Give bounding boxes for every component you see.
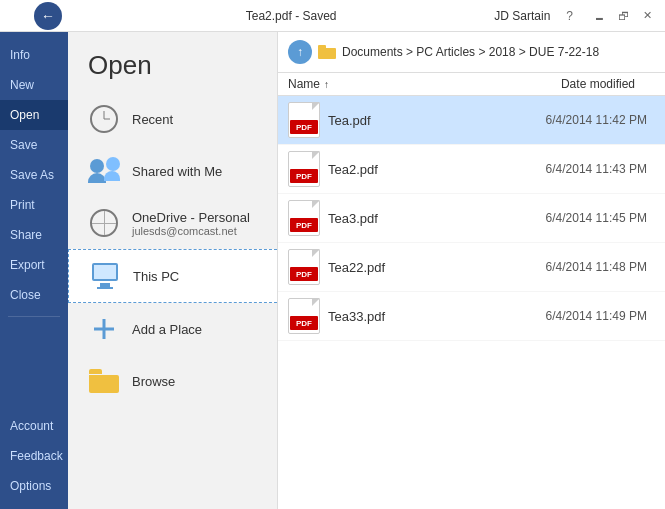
table-row[interactable]: PDF Tea3.pdf 6/4/2014 11:45 PM (278, 194, 665, 243)
sidebar-item-saveas[interactable]: Save As (0, 160, 68, 190)
content-panel: ↑ Documents > PC Articles > 2018 > DUE 7… (278, 32, 665, 509)
file-name: Tea.pdf (328, 113, 515, 128)
sidebar-item-close[interactable]: Close (0, 280, 68, 310)
sidebar-item-share[interactable]: Share (0, 220, 68, 250)
table-row[interactable]: PDF Tea2.pdf 6/4/2014 11:43 PM (278, 145, 665, 194)
breadcrumb-up-button[interactable]: ↑ (288, 40, 312, 64)
breadcrumb-text: Documents > PC Articles > 2018 > DUE 7-2… (342, 45, 599, 59)
sidebar-item-print[interactable]: Print (0, 190, 68, 220)
nav-item-onedrive-label: OneDrive - Personal (132, 210, 250, 225)
nav-item-recent-label: Recent (132, 112, 173, 127)
file-name: Tea2.pdf (328, 162, 515, 177)
table-row[interactable]: PDF Tea33.pdf 6/4/2014 11:49 PM (278, 292, 665, 341)
nav-item-onedrive[interactable]: OneDrive - Personal julesds@comcast.net (68, 197, 277, 249)
clock-icon (88, 103, 120, 135)
file-list-header: Name ↑ Date modified (278, 73, 665, 96)
sidebar-item-new[interactable]: New (0, 70, 68, 100)
nav-item-thispc[interactable]: This PC (68, 249, 277, 303)
sidebar-item-options[interactable]: Options (0, 471, 68, 501)
table-row[interactable]: PDF Tea22.pdf 6/4/2014 11:48 PM (278, 243, 665, 292)
pdf-icon: PDF (288, 298, 320, 334)
table-row[interactable]: PDF Tea.pdf 6/4/2014 11:42 PM (278, 96, 665, 145)
file-date: 6/4/2014 11:49 PM (515, 309, 655, 323)
nav-item-addplace-label: Add a Place (132, 322, 202, 337)
restore-button[interactable]: 🗗 (613, 6, 633, 26)
file-date: 6/4/2014 11:48 PM (515, 260, 655, 274)
file-list[interactable]: PDF Tea.pdf 6/4/2014 11:42 PM PDF Tea2.p… (278, 96, 665, 509)
column-name-label: Name (288, 77, 320, 91)
close-button[interactable]: ✕ (637, 6, 657, 26)
middle-panel: Open Recent Shared with Me OneDrive - (68, 32, 278, 509)
nav-item-onedrive-email: julesds@comcast.net (132, 225, 250, 237)
back-button[interactable]: ← (34, 2, 62, 30)
titlebar-help[interactable]: ? (566, 9, 573, 23)
pdf-icon: PDF (288, 102, 320, 138)
sidebar-item-feedback[interactable]: Feedback (0, 441, 68, 471)
middle-header: Open (68, 32, 277, 93)
file-name: Tea3.pdf (328, 211, 515, 226)
sidebar-item-export[interactable]: Export (0, 250, 68, 280)
globe-icon (88, 207, 120, 239)
file-date: 6/4/2014 11:43 PM (515, 162, 655, 176)
nav-item-addplace[interactable]: Add a Place (68, 303, 277, 355)
sidebar-item-info[interactable]: Info (0, 40, 68, 70)
pc-icon (89, 260, 121, 292)
nav-item-shared-label: Shared with Me (132, 164, 222, 179)
sidebar-item-save[interactable]: Save (0, 130, 68, 160)
sidebar: Info New Open Save Save As Print Share E… (0, 32, 68, 509)
nav-item-thispc-label: This PC (133, 269, 179, 284)
file-name: Tea22.pdf (328, 260, 515, 275)
file-date: 6/4/2014 11:45 PM (515, 211, 655, 225)
minimize-button[interactable]: 🗕 (589, 6, 609, 26)
open-heading: Open (88, 50, 257, 81)
sidebar-item-open[interactable]: Open (0, 100, 68, 130)
nav-item-browse[interactable]: Browse (68, 355, 277, 407)
sidebar-divider (8, 316, 60, 317)
pdf-icon: PDF (288, 249, 320, 285)
file-date: 6/4/2014 11:42 PM (515, 113, 655, 127)
file-name: Tea33.pdf (328, 309, 515, 324)
sidebar-item-account[interactable]: Account (0, 411, 68, 441)
plus-icon (88, 313, 120, 345)
titlebar: ← Tea2.pdf - Saved JD Sartain ? 🗕 🗗 ✕ (0, 0, 665, 32)
nav-item-browse-label: Browse (132, 374, 175, 389)
breadcrumb-folder-icon (318, 45, 336, 59)
column-date-label: Date modified (515, 77, 655, 91)
titlebar-title: Tea2.pdf - Saved (88, 9, 494, 23)
folder-icon (88, 365, 120, 397)
pdf-icon: PDF (288, 200, 320, 236)
nav-item-recent[interactable]: Recent (68, 93, 277, 145)
breadcrumb: ↑ Documents > PC Articles > 2018 > DUE 7… (278, 32, 665, 73)
titlebar-user: JD Sartain (494, 9, 550, 23)
sort-arrow-icon: ↑ (324, 79, 329, 90)
people-icon (88, 155, 120, 187)
pdf-icon: PDF (288, 151, 320, 187)
nav-item-shared[interactable]: Shared with Me (68, 145, 277, 197)
